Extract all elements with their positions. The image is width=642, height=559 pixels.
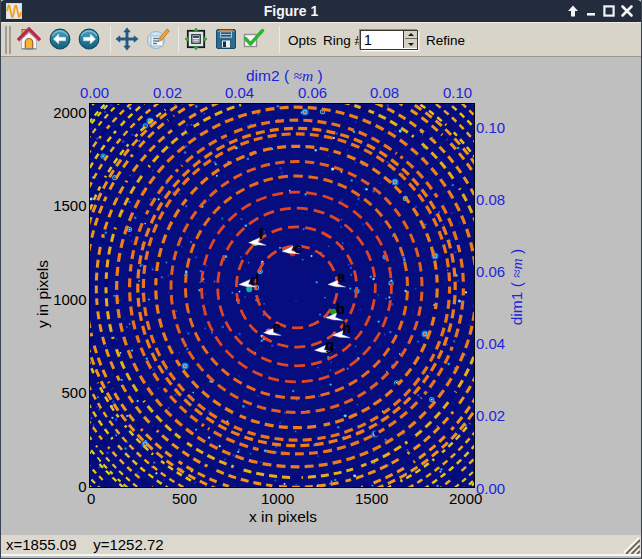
svg-text:h: h xyxy=(342,319,351,336)
svg-text:c: c xyxy=(294,239,302,256)
svg-text:d: d xyxy=(250,271,259,288)
svg-text:g: g xyxy=(325,336,334,353)
svg-text:b: b xyxy=(336,300,345,317)
svg-text:e: e xyxy=(272,318,280,335)
svg-text:a: a xyxy=(337,268,346,285)
